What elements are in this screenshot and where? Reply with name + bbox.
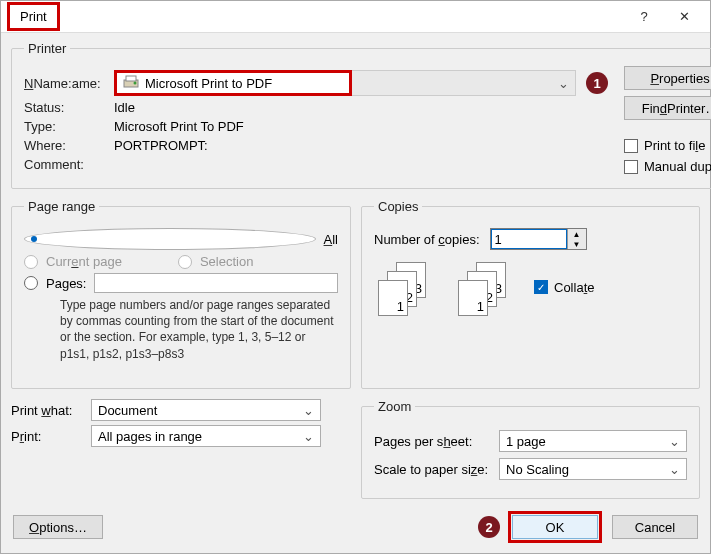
num-copies-input[interactable] [491, 229, 567, 249]
chevron-down-icon: ⌄ [303, 403, 314, 418]
num-copies-label: Number of copies: [374, 232, 480, 247]
manual-duplex-checkbox[interactable]: Manual duplex [624, 159, 711, 174]
pages-help-text: Type page numbers and/or page ranges sep… [60, 297, 338, 362]
print-what-label: Print what: [11, 403, 91, 418]
radio-selection[interactable] [178, 255, 192, 269]
spin-up-icon[interactable]: ▲ [568, 229, 586, 239]
dialog-title: Print [7, 2, 60, 31]
cancel-button[interactable]: Cancel [612, 515, 698, 539]
comment-label: Comment: [24, 157, 114, 172]
zoom-group: Zoom Pages per sheet: 1 page⌄ Scale to p… [361, 399, 700, 499]
pages-per-sheet-select[interactable]: 1 page⌄ [499, 430, 687, 452]
type-label: Type: [24, 119, 114, 134]
type-value: Microsoft Print To PDF [114, 119, 244, 134]
print-label: Print: [11, 429, 91, 444]
svg-rect-1 [126, 76, 136, 81]
ok-button[interactable]: OK [512, 515, 598, 539]
radio-pages-label: Pages: [46, 276, 86, 291]
options-button[interactable]: Options… [13, 515, 103, 539]
page-range-legend: Page range [24, 199, 99, 214]
chevron-down-icon: ⌄ [669, 462, 680, 477]
properties-button[interactable]: Properties [624, 66, 711, 90]
status-label: Status: [24, 100, 114, 115]
radio-current-label: Current page [46, 254, 122, 269]
where-label: Where: [24, 138, 114, 153]
annotation-marker-1: 1 [586, 72, 608, 94]
titlebar: Print ? ✕ [1, 1, 710, 33]
chevron-down-icon: ⌄ [669, 434, 680, 449]
printer-group: Printer NName:ame: Microsoft Print to PD… [11, 41, 711, 189]
num-copies-spinner[interactable]: ▲▼ [490, 228, 587, 250]
scale-select[interactable]: No Scaling⌄ [499, 458, 687, 480]
spin-down-icon[interactable]: ▼ [568, 239, 586, 249]
printer-name-value: Microsoft Print to PDF [145, 76, 272, 91]
checkbox-icon [624, 139, 638, 153]
svg-point-2 [134, 81, 137, 84]
status-value: Idle [114, 100, 135, 115]
chevron-down-icon: ⌄ [558, 76, 569, 91]
printer-icon [123, 75, 139, 92]
where-value: PORTPROMPT: [114, 138, 208, 153]
collate-preview: 3 2 1 3 2 1 [378, 262, 508, 316]
pages-per-sheet-label: Pages per sheet: [374, 434, 499, 449]
printer-name-select[interactable]: Microsoft Print to PDF [114, 70, 352, 96]
copies-legend: Copies [374, 199, 422, 214]
annotation-marker-2: 2 [478, 516, 500, 538]
page-range-group: Page range All Current page Selection [11, 199, 351, 389]
name-label: NName:ame: [24, 76, 114, 91]
collate-checkbox[interactable]: ✓ Collate [534, 280, 594, 295]
checkbox-icon [624, 160, 638, 174]
find-printer-button[interactable]: Find Printer… [624, 96, 711, 120]
print-dialog: Print ? ✕ Printer NName:ame: Microsoft P… [0, 0, 711, 554]
scale-label: Scale to paper size: [374, 462, 499, 477]
print-range-select[interactable]: All pages in range⌄ [91, 425, 321, 447]
checkbox-checked-icon: ✓ [534, 280, 548, 294]
radio-pages[interactable] [24, 276, 38, 290]
help-button[interactable]: ? [624, 3, 664, 31]
chevron-down-icon: ⌄ [303, 429, 314, 444]
printer-legend: Printer [24, 41, 70, 56]
radio-selection-label: Selection [200, 254, 253, 269]
close-button[interactable]: ✕ [664, 3, 704, 31]
radio-all-label: All [324, 232, 338, 247]
zoom-legend: Zoom [374, 399, 415, 414]
printer-name-dropdown-arrow[interactable]: ⌄ [352, 70, 576, 96]
radio-current-page[interactable] [24, 255, 38, 269]
print-to-file-checkbox[interactable]: Print to file [624, 138, 711, 153]
pages-input[interactable] [94, 273, 338, 293]
radio-all[interactable] [24, 228, 316, 250]
print-what-select[interactable]: Document⌄ [91, 399, 321, 421]
copies-group: Copies Number of copies: ▲▼ 3 2 [361, 199, 700, 389]
